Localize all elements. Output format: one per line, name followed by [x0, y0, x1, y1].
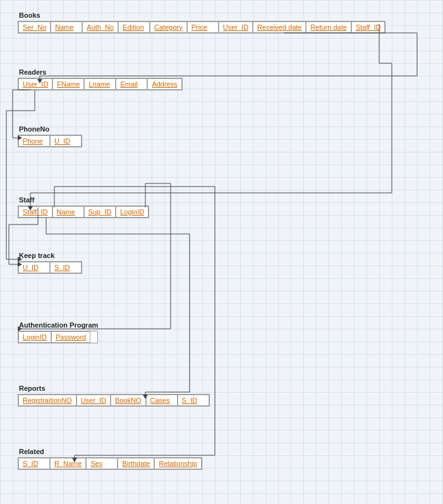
- related-entity: Related S_ID R_Name Sex Birthdate Relati…: [18, 448, 202, 470]
- readers-field-email[interactable]: Email: [116, 78, 147, 90]
- books-field-staff_id[interactable]: Staff_ID: [351, 22, 385, 33]
- reports-table: RegistraitionNO User_ID BookNO Cases S_I…: [18, 394, 210, 407]
- books-field-user_id[interactable]: User_ID: [219, 22, 253, 33]
- books-entity: Books Ser_No Name Auth_No Edition Catego…: [18, 11, 385, 34]
- phoneno-table: Phone U_ID: [18, 135, 82, 147]
- keeptrack-entity: Keep track U_ID S_ID: [18, 252, 82, 274]
- reports-field-user_id[interactable]: User_ID: [76, 395, 111, 406]
- staff-entity: Staff Staff_ID Name Sup_ID LoginID: [18, 196, 149, 218]
- readers-label: Readers: [18, 68, 183, 76]
- phoneno-field-phone[interactable]: Phone: [18, 135, 50, 147]
- related-field-s_id[interactable]: S_ID: [18, 458, 50, 469]
- reports-label: Reports: [18, 384, 210, 392]
- related-field-sex[interactable]: Sex: [86, 458, 118, 469]
- staff-field-name[interactable]: Name: [52, 206, 84, 218]
- reports-field-cases[interactable]: Cases: [146, 395, 178, 406]
- related-field-birthdate[interactable]: Birthdate: [118, 458, 154, 469]
- related-table: S_ID R_Name Sex Birthdate Relationship: [18, 457, 202, 470]
- related-label: Related: [18, 448, 202, 455]
- staff-field-staff_id[interactable]: Staff_ID: [18, 206, 52, 218]
- books-field-ser_no[interactable]: Ser_No: [18, 22, 51, 33]
- reports-entity: Reports RegistraitionNO User_ID BookNO C…: [18, 384, 210, 407]
- related-field-relationship[interactable]: Relationship: [154, 458, 202, 469]
- readers-field-user_id[interactable]: User_ID: [18, 78, 52, 90]
- staff-field-sup_id[interactable]: Sup_ID: [84, 206, 116, 218]
- reports-field-s_id[interactable]: S_ID: [178, 395, 209, 406]
- phoneno-field-u_id[interactable]: U_ID: [50, 135, 82, 147]
- staff-reports-connector: [46, 218, 190, 395]
- keeptrack-field-u_id[interactable]: U_ID: [18, 262, 50, 273]
- books-field-received_date[interactable]: Received date: [253, 22, 306, 33]
- reports-field-registraitionno[interactable]: RegistraitionNO: [18, 395, 76, 406]
- books-staff-connector: [30, 24, 392, 206]
- books-field-edition[interactable]: Edition: [118, 22, 150, 33]
- books-field-category[interactable]: Category: [150, 22, 187, 33]
- authprogram-field-password[interactable]: Password: [51, 331, 90, 343]
- books-field-auth_no[interactable]: Auth_No: [82, 22, 118, 33]
- readers-field-fname[interactable]: FName: [52, 78, 84, 90]
- readers-keeptrack-connector: [6, 90, 35, 259]
- books-field-return_date[interactable]: Return date: [306, 22, 351, 33]
- staff-field-loginid[interactable]: LoginID: [116, 206, 149, 218]
- readers-entity: Readers User_ID FName Lname Email Addres…: [18, 68, 183, 90]
- readers-field-lname[interactable]: Lname: [84, 78, 116, 90]
- reports-field-bookno[interactable]: BookNO: [111, 395, 146, 406]
- related-field-r_name[interactable]: R_Name: [50, 458, 86, 469]
- readers-table: User_ID FName Lname Email Address: [18, 78, 183, 90]
- authprogram-label: Authentication Program: [18, 321, 98, 329]
- books-table: Ser_No Name Auth_No Edition Category Pri…: [18, 21, 385, 34]
- authprogram-field-loginid[interactable]: LoginID: [18, 331, 51, 343]
- books-label: Books: [18, 11, 385, 19]
- keeptrack-table: U_ID S_ID: [18, 261, 82, 274]
- books-field-name[interactable]: Name: [51, 22, 82, 33]
- readers-field-address[interactable]: Address: [147, 78, 181, 90]
- staff-label: Staff: [18, 196, 149, 204]
- books-field-price[interactable]: Price: [187, 22, 219, 33]
- authprogram-table: LoginID Password: [18, 331, 98, 343]
- authprogram-entity: Authentication Program LoginID Password: [18, 321, 98, 343]
- phoneno-label: PhoneNo: [18, 125, 82, 133]
- keeptrack-label: Keep track: [18, 252, 82, 259]
- keeptrack-field-s_id[interactable]: S_ID: [50, 262, 82, 273]
- staff-table: Staff_ID Name Sup_ID LoginID: [18, 206, 149, 218]
- phoneno-entity: PhoneNo Phone U_ID: [18, 125, 82, 147]
